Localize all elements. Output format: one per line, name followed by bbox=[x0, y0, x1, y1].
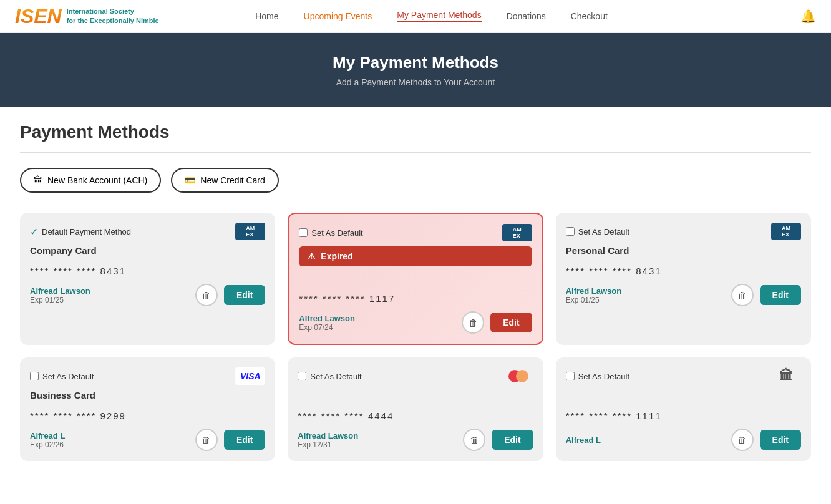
default-label: Set As Default bbox=[578, 372, 629, 381]
bank-logo: 🏛 bbox=[771, 367, 801, 385]
payment-card-1: ✓ Default Payment Method AMEX Company Ca… bbox=[20, 213, 275, 345]
card-footer: Alfred Lawson Exp 01/25 🗑 Edit bbox=[566, 284, 801, 306]
edit-card-button[interactable]: Edit bbox=[224, 430, 265, 450]
bank-icon: 🏛 bbox=[34, 175, 42, 185]
default-check-area: Set As Default bbox=[298, 372, 361, 381]
default-label: Set As Default bbox=[310, 372, 361, 381]
card-number: **** **** **** 9299 bbox=[30, 410, 265, 421]
amex-logo: AMEX bbox=[235, 223, 265, 240]
card-number: **** **** **** 1117 bbox=[299, 293, 532, 304]
card-actions: 🗑 Edit bbox=[195, 429, 265, 451]
holder-name: Alfread L bbox=[566, 435, 601, 445]
set-default-checkbox[interactable] bbox=[299, 228, 308, 237]
payment-card-2: Set As Default AMEX ⚠ Expired **** **** … bbox=[288, 213, 543, 345]
card-header: Set As Default bbox=[298, 367, 533, 385]
card-holder: Alfread L bbox=[566, 435, 601, 445]
card-footer: Alfread Lawson Exp 12/31 🗑 Edit bbox=[298, 429, 533, 451]
default-label: Default Payment Method bbox=[42, 227, 131, 236]
edit-card-button[interactable]: Edit bbox=[492, 430, 533, 450]
holder-name: Alfread Lawson bbox=[30, 286, 90, 296]
card-actions: 🗑 Edit bbox=[463, 429, 533, 451]
page-title: Payment Methods bbox=[20, 122, 811, 142]
warning-icon: ⚠ bbox=[308, 251, 316, 261]
card-header: Set As Default 🏛 bbox=[566, 367, 801, 385]
card-header: ✓ Default Payment Method AMEX bbox=[30, 223, 265, 240]
card-holder: Alfread Lawson Exp 01/25 bbox=[30, 286, 90, 304]
header: ISEN International Society for the Excep… bbox=[0, 0, 831, 33]
expired-banner: ⚠ Expired bbox=[299, 246, 532, 266]
notifications-icon[interactable]: 🔔 bbox=[800, 9, 816, 24]
edit-card-button[interactable]: Edit bbox=[224, 285, 265, 305]
nav-my-payment-methods[interactable]: My Payment Methods bbox=[397, 10, 481, 22]
expired-label: Expired bbox=[321, 251, 352, 261]
default-label: Set As Default bbox=[42, 372, 94, 381]
delete-card-button[interactable]: 🗑 bbox=[463, 429, 485, 451]
payment-card-5: Set As Default **** **** **** 4444 Alfre… bbox=[288, 357, 543, 461]
edit-card-button[interactable]: Edit bbox=[760, 430, 801, 450]
card-header: Set As Default AMEX bbox=[566, 223, 801, 240]
logo-text: International Society for the Exceptiona… bbox=[67, 7, 159, 26]
expiry-date: Exp 12/31 bbox=[298, 440, 358, 449]
payment-card-6: Set As Default 🏛 **** **** **** 1111 Alf… bbox=[556, 357, 811, 461]
delete-card-button[interactable]: 🗑 bbox=[195, 284, 218, 306]
card-header: Set As Default VISA bbox=[30, 367, 265, 385]
nav-upcoming-events[interactable]: Upcoming Events bbox=[304, 11, 372, 21]
default-label: Set As Default bbox=[578, 227, 629, 236]
set-default-checkbox[interactable] bbox=[566, 372, 575, 380]
card-name: Company Card bbox=[30, 245, 265, 256]
nav-home[interactable]: Home bbox=[255, 11, 278, 21]
hero-title: My Payment Methods bbox=[12, 53, 819, 72]
set-default-checkbox[interactable] bbox=[30, 372, 39, 380]
card-number: **** **** **** 1111 bbox=[566, 410, 801, 421]
mastercard-logo bbox=[503, 367, 533, 385]
default-label: Set As Default bbox=[311, 228, 362, 238]
delete-card-button[interactable]: 🗑 bbox=[462, 311, 484, 334]
default-check-icon: ✓ bbox=[30, 226, 38, 238]
delete-card-button[interactable]: 🗑 bbox=[731, 284, 754, 306]
default-check-area: Set As Default bbox=[30, 372, 94, 381]
delete-card-button[interactable]: 🗑 bbox=[195, 429, 218, 451]
default-check-area: Set As Default bbox=[566, 227, 629, 236]
card-footer: Alfread L 🗑 Edit bbox=[566, 429, 801, 451]
action-buttons: 🏛 New Bank Account (ACH) 💳 New Credit Ca… bbox=[20, 168, 811, 193]
payment-card-3: Set As Default AMEX Personal Card **** *… bbox=[556, 213, 811, 345]
expiry-date: Exp 07/24 bbox=[299, 323, 355, 332]
amex-logo: AMEX bbox=[771, 223, 801, 240]
visa-logo: VISA bbox=[235, 367, 265, 385]
card-actions: 🗑 Edit bbox=[195, 284, 265, 306]
default-check-area: Set As Default bbox=[299, 228, 362, 238]
new-bank-account-button[interactable]: 🏛 New Bank Account (ACH) bbox=[20, 168, 161, 193]
main-nav: Home Upcoming Events My Payment Methods … bbox=[255, 10, 608, 22]
card-number: **** **** **** 8431 bbox=[566, 266, 801, 276]
nav-checkout[interactable]: Checkout bbox=[571, 11, 608, 21]
expiry-date: Exp 01/25 bbox=[566, 296, 622, 304]
card-holder: Alfread L Exp 02/26 bbox=[30, 431, 65, 449]
expiry-date: Exp 01/25 bbox=[30, 296, 90, 304]
holder-name: Alfread L bbox=[30, 431, 65, 440]
credit-card-icon: 💳 bbox=[185, 175, 195, 185]
payment-methods-grid: ✓ Default Payment Method AMEX Company Ca… bbox=[20, 213, 811, 461]
card-name: Business Card bbox=[30, 390, 265, 400]
nav-donations[interactable]: Donations bbox=[507, 11, 546, 21]
holder-name: Alfread Lawson bbox=[298, 431, 358, 440]
divider bbox=[20, 152, 811, 153]
logo: ISEN International Society for the Excep… bbox=[15, 6, 159, 26]
set-default-checkbox[interactable] bbox=[298, 372, 306, 380]
new-credit-card-button[interactable]: 💳 New Credit Card bbox=[171, 168, 278, 193]
card-number: **** **** **** 8431 bbox=[30, 266, 265, 276]
page-content: Payment Methods 🏛 New Bank Account (ACH)… bbox=[0, 107, 831, 476]
holder-name: Alfred Lawson bbox=[566, 286, 622, 296]
hero-banner: My Payment Methods Add a Payment Methods… bbox=[0, 33, 831, 107]
card-name: Personal Card bbox=[566, 245, 801, 256]
set-default-checkbox[interactable] bbox=[566, 227, 575, 236]
edit-card-button[interactable]: Edit bbox=[760, 285, 801, 305]
hero-subtitle: Add a Payment Methods to Your Account bbox=[12, 77, 819, 87]
edit-card-button[interactable]: Edit bbox=[490, 313, 532, 332]
default-check-area: Set As Default bbox=[566, 372, 629, 381]
logo-letters: ISEN bbox=[15, 6, 62, 26]
delete-card-button[interactable]: 🗑 bbox=[731, 429, 754, 451]
default-check-area: ✓ Default Payment Method bbox=[30, 226, 131, 238]
card-holder: Alfred Lawson Exp 01/25 bbox=[566, 286, 622, 304]
amex-logo: AMEX bbox=[502, 224, 532, 241]
card-holder: Alfread Lawson Exp 12/31 bbox=[298, 431, 358, 449]
